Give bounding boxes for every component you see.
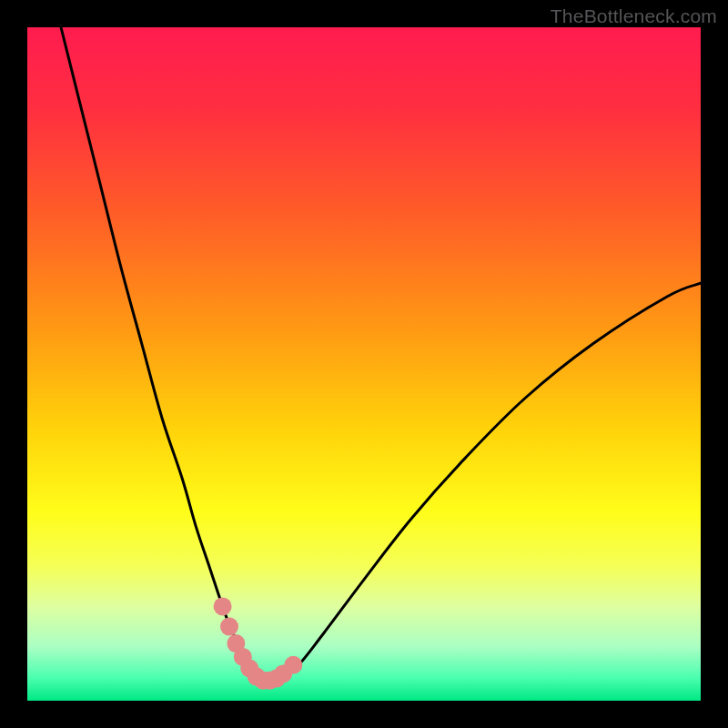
marker-point xyxy=(284,656,302,674)
chart-svg xyxy=(27,27,701,701)
highlight-markers xyxy=(214,597,303,689)
bottleneck-curve xyxy=(61,27,701,682)
plot-area xyxy=(27,27,701,701)
chart-frame: TheBottleneck.com xyxy=(0,0,728,728)
marker-point xyxy=(214,597,232,615)
marker-point xyxy=(220,618,238,636)
watermark-text: TheBottleneck.com xyxy=(551,5,717,27)
